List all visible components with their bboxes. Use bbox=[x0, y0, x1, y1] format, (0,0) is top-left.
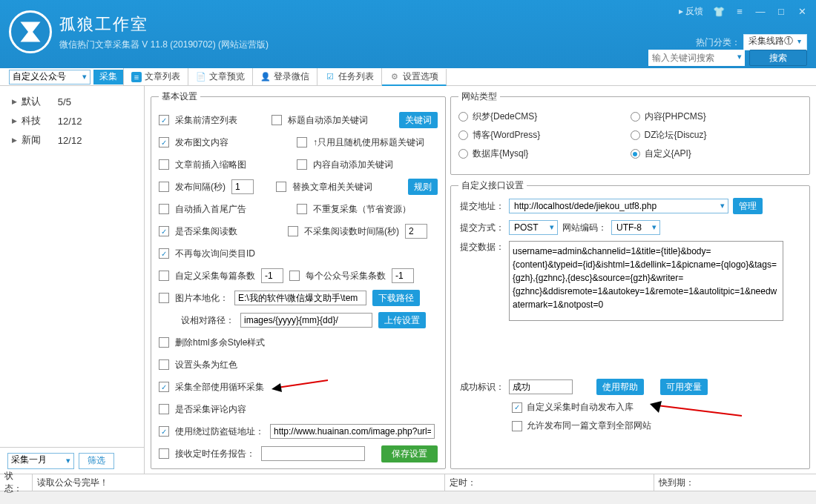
svg-line-2 bbox=[657, 405, 742, 416]
cb-onlyrand[interactable] bbox=[297, 137, 307, 147]
api-settings: 自定义接口设置 提交地址： http://localhost/dede/jiek… bbox=[450, 179, 810, 469]
help-button[interactable]: 使用帮助 bbox=[596, 379, 644, 395]
cb-perart[interactable] bbox=[159, 271, 169, 281]
tree-item-news[interactable]: ▶新闻 12/12 bbox=[4, 130, 139, 150]
cb-nointerval[interactable] bbox=[288, 226, 298, 236]
local-path-input[interactable] bbox=[234, 291, 366, 305]
cb-pergzh[interactable] bbox=[289, 271, 300, 281]
svg-marker-3 bbox=[650, 401, 662, 413]
arrow-annotation-icon bbox=[648, 401, 745, 423]
category-tree: ▶默认 5/5 ▶科技 12/12 ▶新闻 12/12 bbox=[0, 86, 144, 447]
skin-icon[interactable]: 👕 bbox=[709, 3, 728, 19]
person-icon: 👤 bbox=[260, 72, 271, 82]
basic-legend: 基本设置 bbox=[159, 90, 200, 103]
hot-category-label: 热门分类： bbox=[696, 36, 740, 49]
cb-comments[interactable] bbox=[159, 404, 169, 414]
search-button[interactable]: 搜索 bbox=[749, 50, 807, 66]
cb-pubimg[interactable] bbox=[159, 137, 169, 147]
pergzh-input[interactable] bbox=[392, 268, 414, 283]
toolbar: 自定义公众号 采集 ≡文章列表 📄文章预览 👤登录微信 ☑任务列表 ⚙设置选项 bbox=[0, 68, 816, 86]
vars-button[interactable]: 可用变量 bbox=[660, 379, 708, 395]
arrow-annotation-icon bbox=[270, 379, 329, 394]
tab-article-preview[interactable]: 📄文章预览 bbox=[188, 68, 253, 85]
cb-delstyle[interactable] bbox=[159, 337, 169, 348]
status-label: 状态： bbox=[0, 474, 33, 491]
perart-input[interactable] bbox=[261, 268, 283, 283]
app-title: 孤狼工作室 bbox=[59, 13, 269, 36]
cb-readcount[interactable] bbox=[159, 226, 169, 236]
status-message: 读取公众号完毕！ bbox=[33, 474, 445, 491]
cb-local[interactable] bbox=[159, 293, 169, 303]
svg-marker-1 bbox=[272, 383, 282, 392]
cb-bypass[interactable] bbox=[159, 426, 169, 437]
month-combo[interactable]: 采集一月 bbox=[7, 453, 74, 469]
tree-item-tech[interactable]: ▶科技 12/12 bbox=[4, 111, 139, 130]
search-input[interactable] bbox=[648, 50, 745, 66]
cb-replace[interactable] bbox=[276, 182, 286, 192]
manage-button[interactable]: 管理 bbox=[733, 198, 763, 214]
rel-path-input[interactable] bbox=[240, 313, 372, 328]
cb-loopall[interactable] bbox=[159, 382, 169, 392]
triangle-icon: ▶ bbox=[12, 117, 17, 125]
app-subtitle: 微信热门文章采集器 V 11.8 (20190702) (网站运营版) bbox=[59, 39, 269, 51]
tab-login-wechat[interactable]: 👤登录微信 bbox=[253, 68, 317, 85]
success-flag-input[interactable] bbox=[509, 379, 573, 394]
bypass-url-input[interactable] bbox=[270, 424, 435, 439]
method-combo[interactable]: POST bbox=[509, 220, 558, 235]
rule-button[interactable]: 规则 bbox=[408, 179, 438, 195]
tab-settings[interactable]: ⚙设置选项 bbox=[382, 69, 447, 86]
cb-norepeat[interactable] bbox=[297, 204, 307, 214]
menu-icon[interactable]: ≡ bbox=[730, 3, 749, 19]
filter-button[interactable]: 筛选 bbox=[79, 453, 114, 469]
triangle-icon: ▶ bbox=[12, 136, 17, 144]
tab-article-list[interactable]: ≡文章列表 bbox=[124, 68, 188, 85]
cb-headad[interactable] bbox=[159, 204, 169, 214]
app-logo-icon bbox=[9, 10, 52, 53]
cb-autopub[interactable] bbox=[512, 402, 522, 413]
radio-api[interactable] bbox=[631, 149, 640, 159]
status-timer: 定时： bbox=[445, 474, 654, 491]
post-data-textarea[interactable]: username=admin&channelid=1&title={title}… bbox=[509, 241, 783, 321]
keyword-button[interactable]: 关键词 bbox=[399, 112, 438, 128]
upload-setting-button[interactable]: 上传设置 bbox=[378, 312, 426, 328]
title-bar: ▸ 反馈 👕 ≡ — □ ✕ 孤狼工作室 微信热门文章采集器 V 11.8 (2… bbox=[0, 0, 816, 68]
radio-mysql[interactable] bbox=[458, 149, 468, 159]
hot-category: 热门分类： 采集线路① bbox=[696, 34, 807, 50]
cb-interval[interactable] bbox=[159, 182, 169, 192]
list-icon: ≡ bbox=[131, 72, 142, 82]
cb-allowdup[interactable] bbox=[512, 421, 522, 431]
site-type-legend: 网站类型 bbox=[458, 90, 500, 103]
collect-button[interactable]: 采集 bbox=[93, 70, 123, 84]
nointerval-input[interactable] bbox=[405, 224, 427, 239]
tab-task-list[interactable]: ☑任务列表 bbox=[317, 68, 382, 85]
cb-redhead[interactable] bbox=[159, 359, 169, 370]
cb-autokw[interactable] bbox=[272, 115, 282, 125]
sched-input[interactable] bbox=[261, 446, 365, 461]
cb-clear[interactable] bbox=[159, 115, 169, 125]
minimize-icon[interactable]: — bbox=[751, 3, 770, 19]
download-path-button[interactable]: 下载路径 bbox=[372, 290, 420, 306]
cb-bodykw[interactable] bbox=[297, 159, 307, 170]
cb-noask[interactable] bbox=[159, 248, 169, 259]
svg-line-0 bbox=[277, 380, 328, 388]
api-legend: 自定义接口设置 bbox=[458, 179, 527, 192]
save-settings-button[interactable]: 保存设置 bbox=[381, 445, 438, 462]
encoding-combo[interactable]: UTF-8 bbox=[611, 220, 660, 235]
radio-wordpress[interactable] bbox=[458, 130, 468, 140]
api-url-combo[interactable]: http://localhost/dede/jiekou_utf8.php bbox=[509, 199, 728, 213]
hot-category-combo[interactable]: 采集线路① bbox=[743, 34, 807, 50]
interval-input[interactable] bbox=[231, 179, 254, 194]
preview-icon: 📄 bbox=[196, 72, 206, 82]
radio-dedecms[interactable] bbox=[458, 112, 468, 122]
close-icon[interactable]: ✕ bbox=[792, 3, 812, 19]
cb-sched[interactable] bbox=[159, 448, 169, 459]
feedback-link[interactable]: ▸ 反馈 bbox=[674, 3, 708, 19]
source-combo[interactable]: 自定义公众号 bbox=[9, 70, 91, 84]
maximize-icon[interactable]: □ bbox=[771, 3, 791, 19]
tree-item-default[interactable]: ▶默认 5/5 bbox=[4, 92, 139, 111]
cb-thumb[interactable] bbox=[159, 159, 169, 170]
radio-discuz[interactable] bbox=[631, 130, 640, 140]
site-type-settings: 网站类型 织梦{DedeCMS} 内容{PHPCMS} 博客{WordPress… bbox=[450, 90, 810, 175]
gear-icon: ⚙ bbox=[389, 72, 400, 82]
radio-phpcms[interactable] bbox=[631, 112, 640, 122]
